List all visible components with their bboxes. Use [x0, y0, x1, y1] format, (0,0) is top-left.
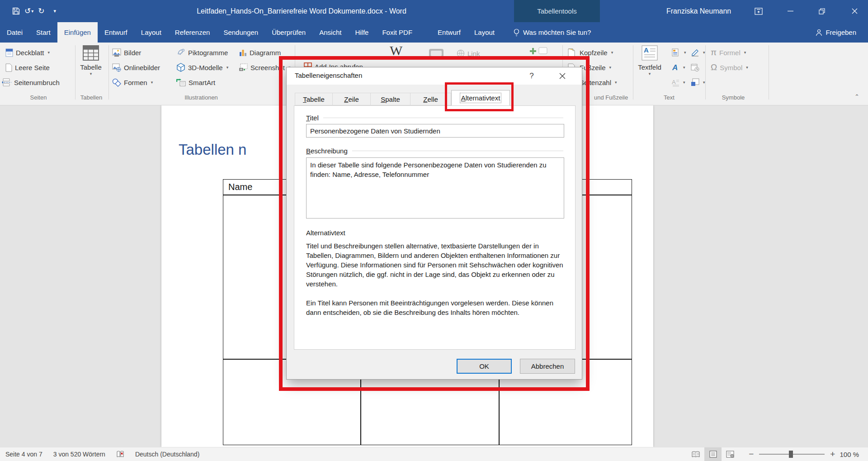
textfeld-button[interactable]: A Textfeld ▾	[636, 45, 664, 76]
redo-icon[interactable]: ↻	[36, 5, 47, 18]
link-button[interactable]: Link	[457, 47, 480, 60]
dropdown-icon: ▾	[90, 71, 92, 76]
quick-parts-icon[interactable]: ▾	[672, 46, 686, 59]
zoom-level[interactable]: 100 %	[840, 451, 868, 458]
dialog-tab-zeile[interactable]: Zeile	[333, 93, 371, 105]
beschreibung-textarea[interactable]: In dieser Tabelle sind folgende Personen…	[306, 157, 564, 219]
proofing-status-icon[interactable]	[111, 447, 130, 461]
wordart-icon[interactable]: A ▾	[672, 61, 685, 74]
new-comment-icon[interactable]	[528, 45, 548, 58]
onlinebilder-button[interactable]: Onlinebilder	[112, 61, 160, 74]
tab-ueberpruefen[interactable]: Überprüfen	[265, 22, 312, 43]
dialog-tab-tabelle[interactable]: Tabelle	[295, 93, 333, 105]
page-indicator[interactable]: Seite 4 von 7	[0, 447, 48, 461]
word-count[interactable]: 3 von 520 Wörtern	[48, 447, 111, 461]
link-globe-icon	[457, 49, 465, 57]
title-bar: ↺▾ ↻ ▾ Leitfaden_Hands-On_Barrierefreie …	[0, 0, 868, 22]
tab-layout[interactable]: Layout	[134, 22, 168, 43]
restore-button[interactable]	[811, 0, 832, 22]
tab-tabellentools-layout[interactable]: Layout	[467, 22, 501, 43]
undo-dropdown-icon[interactable]: ▾	[31, 9, 33, 14]
leere-seite-button[interactable]: Leere Seite	[5, 61, 50, 74]
deckblatt-button[interactable]: Deckblatt▾	[5, 46, 50, 59]
wikipedia-icon[interactable]: W	[390, 44, 402, 57]
dialog-title-bar: Tabelleneigenschaften ?	[287, 67, 582, 85]
dialog-tab-zelle[interactable]: Zelle	[410, 93, 451, 105]
smartart-button[interactable]: SmartArt	[176, 76, 215, 89]
3d-modelle-button[interactable]: 3D-Modelle▾	[176, 61, 228, 74]
tell-me-label: Was möchten Sie tun?	[523, 29, 591, 36]
quick-access-toolbar: ↺▾ ↻ ▾	[10, 0, 58, 22]
ribbon-display-options-icon[interactable]	[748, 0, 769, 22]
online-video-icon[interactable]	[429, 47, 444, 60]
diagramm-button[interactable]: Diagramm	[239, 46, 281, 59]
svg-text:A: A	[644, 46, 649, 54]
dropdown-icon: ▾	[615, 80, 617, 85]
tab-start[interactable]: Start	[29, 22, 57, 43]
dialog-footer: OK Abbrechen	[287, 359, 582, 374]
minimize-button[interactable]	[780, 0, 801, 22]
tab-hilfe[interactable]: Hilfe	[348, 22, 375, 43]
customize-qat-icon[interactable]: ▾	[52, 5, 59, 18]
tab-einfuegen[interactable]: Einfügen	[57, 22, 98, 43]
seitenumbruch-button[interactable]: Seitenumbruch	[2, 76, 60, 89]
zoom-thumb[interactable]	[789, 451, 793, 458]
symbol-button[interactable]: Ω Symbol▾	[711, 61, 748, 74]
language-indicator[interactable]: Deutsch (Deutschland)	[130, 447, 205, 461]
dropdown-icon: ▾	[703, 80, 705, 85]
group-divider	[705, 45, 706, 100]
dialog-help-icon[interactable]: ?	[525, 70, 538, 82]
dialog-title: Tabelleneigenschaften	[295, 71, 362, 79]
dropdown-icon: ▾	[48, 50, 50, 55]
web-layout-icon[interactable]	[722, 447, 739, 461]
zoom-out-icon[interactable]: −	[749, 449, 754, 459]
share-label: Freigeben	[826, 29, 856, 36]
dialog-tab-alternativtext[interactable]: Alternativtext	[451, 90, 510, 105]
tell-me-box[interactable]: Was möchten Sie tun?	[507, 22, 597, 43]
tab-foxit-pdf[interactable]: Foxit PDF	[375, 22, 419, 43]
titel-label: Titel	[306, 114, 319, 122]
undo-icon[interactable]: ↺▾	[22, 5, 36, 18]
kopfzeile-button[interactable]: Kopfzeile▾	[568, 46, 613, 59]
cancel-button[interactable]: Abbrechen	[520, 359, 575, 374]
group-label-tabellen: Tabellen	[71, 94, 112, 101]
titel-input[interactable]	[306, 124, 564, 138]
smartart-icon	[176, 78, 186, 86]
collapse-ribbon-icon[interactable]: ⌃	[854, 93, 859, 100]
group-divider	[769, 45, 769, 100]
ok-button[interactable]: OK	[457, 359, 512, 374]
zoom-track[interactable]	[759, 454, 825, 455]
formel-button[interactable]: π Formel▾	[711, 46, 746, 59]
date-time-icon[interactable]	[691, 61, 699, 74]
user-name[interactable]: Franziska Neumann	[666, 0, 731, 22]
object-icon[interactable]: ▾	[691, 76, 705, 89]
tab-ansicht[interactable]: Ansicht	[312, 22, 348, 43]
tab-datei[interactable]: Datei	[0, 22, 29, 43]
save-icon[interactable]	[10, 5, 22, 18]
zoom-slider[interactable]: − +	[749, 449, 835, 459]
zoom-in-icon[interactable]: +	[830, 449, 835, 459]
tab-sendungen[interactable]: Sendungen	[217, 22, 265, 43]
close-button[interactable]	[844, 0, 865, 22]
piktogramme-button[interactable]: Piktogramme	[176, 46, 228, 59]
dialog-tab-spalte[interactable]: Spalte	[371, 93, 410, 105]
dialog-close-icon[interactable]	[556, 70, 569, 82]
tabelle-button[interactable]: Tabelle ▾	[77, 45, 105, 76]
screenshot-button[interactable]: Screenshot▾	[239, 61, 290, 74]
signature-line-icon[interactable]: ▾	[691, 46, 705, 59]
lightbulb-icon	[513, 29, 520, 37]
tab-referenzen[interactable]: Referenzen	[168, 22, 217, 43]
person-icon	[816, 29, 822, 36]
dropdown-icon: ▾	[683, 65, 685, 70]
dropdown-icon: ▾	[683, 80, 685, 85]
header-icon	[568, 48, 575, 57]
tab-tabellentools-entwurf[interactable]: Entwurf	[431, 22, 467, 43]
read-mode-icon[interactable]	[687, 447, 704, 461]
tab-entwurf[interactable]: Entwurf	[98, 22, 134, 43]
formen-button[interactable]: Formen▾	[112, 76, 153, 89]
drop-cap-icon[interactable]: A ▾	[672, 76, 685, 89]
dropdown-icon: ▾	[151, 80, 153, 85]
share-button[interactable]: Freigeben	[804, 22, 868, 43]
print-layout-icon[interactable]	[704, 447, 722, 461]
bilder-button[interactable]: Bilder	[112, 46, 141, 59]
